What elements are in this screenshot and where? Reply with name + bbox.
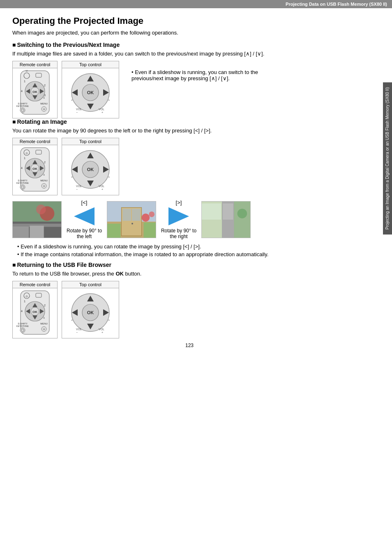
svg-text:⊙: ⊙ (25, 70, 28, 72)
svg-rect-93 (223, 203, 233, 219)
switching-remote-label: Remote control (13, 61, 57, 68)
rotate-left-arrow (74, 207, 95, 225)
rotate-img-left (12, 201, 62, 238)
svg-text:MENU: MENU (40, 102, 48, 105)
switching-bullet: Even if a slideshow is running, you can … (131, 69, 263, 81)
svg-text:OK: OK (87, 167, 94, 172)
svg-text:1: 1 (24, 157, 25, 160)
rotating-controls-row: Remote control ⊙ 1 2 4 (12, 138, 367, 195)
svg-point-75 (36, 204, 46, 214)
svg-text:1: 1 (24, 80, 25, 83)
section-returning-title: Returning to the USB File Browser (12, 262, 367, 268)
section-rotating-title: Rotating an Image (12, 118, 367, 125)
section-switching-title: Switching to the Previous/Next Image (12, 42, 367, 48)
svg-rect-82 (132, 208, 141, 221)
svg-text:⊙: ⊙ (25, 152, 28, 155)
rotate-right-arrow (168, 207, 189, 225)
side-tab-text: Projecting an Image from a Digital Camer… (385, 87, 390, 229)
svg-text:<: < (71, 319, 73, 322)
svg-text:≡: ≡ (43, 328, 45, 331)
page-number: 123 (12, 343, 367, 348)
svg-text:>: > (108, 99, 110, 102)
svg-text:OK: OK (32, 90, 37, 94)
svg-text:<: < (71, 176, 73, 178)
svg-text:−: − (76, 111, 78, 114)
returning-controls-row: Remote control ⊙ 1 2 4 (12, 281, 367, 338)
main-content: Operating the Projected Image When image… (0, 8, 383, 358)
svg-text:MENU: MENU (40, 179, 48, 182)
svg-text:VOL: VOL (76, 328, 82, 331)
rotation-diagram: [<] Rotate by 90° tothe left [>] (12, 199, 367, 239)
returning-desc-end: button. (125, 271, 142, 277)
svg-text:+: + (101, 188, 103, 191)
switching-controls-row: Remote control ⊙ 1 2 4 3 (12, 61, 367, 118)
svg-text:KEYSTONE: KEYSTONE (16, 325, 29, 327)
svg-point-94 (238, 208, 247, 218)
svg-text:MENU: MENU (40, 322, 48, 325)
remote-control-svg: ⊙ 1 2 4 3 (14, 70, 55, 115)
svg-text:VOL: VOL (76, 108, 82, 111)
section-rotating-desc: You can rotate the image by 90 degrees t… (12, 127, 367, 134)
rotate-left-key: [<] (81, 199, 88, 206)
svg-point-83 (131, 222, 133, 224)
svg-text:OK: OK (32, 310, 37, 314)
svg-text:VOL: VOL (99, 108, 104, 111)
rotate-left-desc: Rotate by 90° tothe left (67, 228, 102, 239)
svg-text:≡: ≡ (43, 185, 45, 188)
switching-controls-pair: Remote control ⊙ 1 2 4 3 (12, 61, 119, 118)
rotate-right-area: [>] Rotate by 90° tothe right (156, 199, 201, 239)
returning-controls-pair: Remote control ⊙ 1 2 4 (12, 281, 119, 338)
rotating-bullet-1: Even if a slideshow is running, you can … (17, 243, 367, 250)
svg-rect-85 (144, 222, 156, 237)
returning-remote-box: Remote control ⊙ 1 2 4 (12, 281, 58, 338)
svg-text:KEYSTONE: KEYSTONE (16, 182, 29, 184)
header-title: Projecting Data on USB Flash Memory (SX8… (286, 2, 387, 7)
rotating-remote-box: Remote control ⊙ 1 2 4 (12, 138, 58, 195)
returning-top-label: Top control (62, 281, 119, 288)
svg-rect-81 (122, 208, 131, 221)
switching-remote-image: ⊙ 1 2 4 3 (13, 68, 57, 118)
svg-rect-76 (13, 226, 29, 238)
svg-text:<: < (71, 99, 73, 102)
svg-rect-84 (107, 223, 120, 237)
returning-remote-image: ⊙ 1 2 4 OK D.SHIFT/ KEYSTONE (13, 288, 57, 338)
section-returning-desc: To return to the USB file browser, press… (12, 271, 367, 277)
returning-remote-svg: ⊙ 1 2 4 OK D.SHIFT/ KEYSTONE (14, 290, 55, 335)
svg-text:OK: OK (87, 310, 94, 315)
svg-text:OK: OK (87, 90, 94, 95)
rotate-right-key: [>] (176, 199, 182, 206)
switching-top-label: Top control (62, 61, 119, 68)
page-title: Operating the Projected Image (12, 16, 367, 26)
svg-text:4: 4 (21, 310, 23, 313)
svg-point-87 (149, 211, 154, 217)
rotate-right-desc: Rotate by 90° tothe right (161, 228, 196, 239)
returning-top-box: Top control OK < > VOL VOL − (62, 281, 119, 338)
svg-rect-77 (30, 225, 44, 238)
rotating-top-svg: OK < > VOL VOL − + (64, 147, 117, 192)
intro-text: When images are projected, you can perfo… (12, 30, 367, 36)
rotate-img-center (107, 201, 156, 238)
header-bar: Projecting Data on USB Flash Memory (SX8… (0, 0, 392, 8)
svg-text:VOL: VOL (99, 328, 104, 331)
returning-desc-bold: OK (115, 271, 124, 277)
svg-text:KEYSTONE: KEYSTONE (16, 105, 29, 107)
side-tab: Projecting an Image from a Digital Camer… (383, 82, 392, 234)
returning-remote-label: Remote control (13, 281, 57, 288)
rotating-remote-svg: ⊙ 1 2 4 OK D.SHIFT/ KEYSTONE (14, 147, 55, 192)
svg-text:4: 4 (21, 90, 23, 93)
svg-text:−: − (76, 331, 78, 334)
top-control-svg: OK < > VOL VOL − + (64, 70, 117, 115)
svg-text:≡: ≡ (43, 108, 45, 111)
svg-text:VOL: VOL (99, 185, 104, 188)
rotating-controls-pair: Remote control ⊙ 1 2 4 (12, 138, 119, 195)
rotating-top-label: Top control (62, 138, 119, 145)
switching-top-box: Top control (62, 61, 119, 118)
svg-text:4: 4 (21, 167, 23, 169)
returning-desc-text: To return to the USB file browser, press… (12, 271, 114, 277)
svg-text:2: 2 (44, 304, 46, 307)
svg-text:⊙: ⊙ (25, 295, 28, 298)
rotating-top-box: Top control OK < > VOL VOL − (62, 138, 119, 195)
rotating-bullet-2: If the image contains rotational informa… (17, 251, 367, 257)
svg-text:−: − (76, 188, 78, 191)
rotating-top-image: OK < > VOL VOL − + (62, 145, 119, 195)
